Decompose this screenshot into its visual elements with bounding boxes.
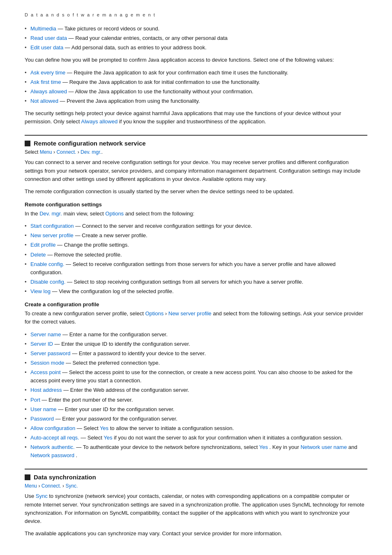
remote-config-settings-heading: Remote configuration settings [25, 201, 367, 208]
devmgr-link[interactable]: Dev. mgr. [81, 149, 101, 155]
data-sync-heading-text: Data synchronization [34, 474, 96, 481]
new-server-profile-link[interactable]: New server profile [30, 232, 74, 238]
list-item: Ask first time — Require the Java applic… [25, 78, 367, 86]
create-profile-list: Server name — Enter a name for the confi… [25, 331, 367, 460]
ask-every-time-text: — Require the Java application to ask fo… [65, 69, 288, 76]
list-item: Port — Enter the port number of the serv… [25, 396, 367, 404]
remote-config-settings-list: Start configuration — Connect to the ser… [25, 222, 367, 296]
ask-first-time-link[interactable]: Ask first time [30, 79, 61, 85]
list-item: Ask every time — Require the Java applic… [25, 69, 367, 77]
ds-sync-link[interactable]: Sync. [65, 483, 78, 489]
cp-options-link[interactable]: Options [145, 310, 164, 317]
ds-para1-end: to synchronize (network service) your co… [25, 493, 364, 524]
data-sync-section-icon [25, 474, 30, 480]
ds-menu-link[interactable]: Menu [25, 483, 37, 489]
edit-user-data-text: — Add personal data, such as entries to … [63, 44, 206, 51]
list-item: Allow configuration — Select Yes to allo… [25, 424, 367, 432]
always-allowed-text: — Allow the Java application to use the … [67, 88, 254, 95]
server-name-link[interactable]: Server name [30, 331, 61, 338]
list-item: Edit user data — Add personal data, such… [25, 44, 367, 52]
create-profile-heading: Create a configuration profile [25, 301, 367, 308]
user-name-link[interactable]: User name [30, 406, 57, 412]
java-access-para: You can define how you will be prompted … [25, 56, 367, 64]
list-item: Read user data — Read your calendar entr… [25, 34, 367, 42]
list-item: Host address — Enter the Web address of … [25, 386, 367, 394]
host-address-link[interactable]: Host address [30, 387, 62, 393]
breadcrumb-select-label: Select [25, 149, 40, 155]
multimedia-link[interactable]: Multimedia [30, 25, 56, 32]
not-allowed-link[interactable]: Not allowed [30, 98, 58, 104]
always-allowed-link[interactable]: Always allowed [30, 88, 67, 95]
list-item: Server name — Enter a name for the confi… [25, 331, 367, 339]
data-sync-para1: Use Sync to synchronize (network service… [25, 492, 367, 525]
list-item: Access point — Select the access point t… [25, 368, 367, 385]
network-password-link[interactable]: Network password [30, 452, 74, 458]
breadcrumb-arrow1: › [52, 149, 57, 155]
list-item: Server password — Enter a password to id… [25, 349, 367, 358]
remote-config-heading-text: Remote configuration network service [34, 140, 146, 147]
rcs-devmgr-link[interactable]: Dev. mgr. [39, 210, 62, 217]
ds-connect-link[interactable]: Connect. [42, 483, 61, 489]
list-item: Auto-accept all reqs. — Select Yes if yo… [25, 434, 367, 442]
edit-user-data-link[interactable]: Edit user data [30, 44, 63, 51]
auto-accept-yes-link[interactable]: Yes [104, 435, 112, 441]
intro-bullets-list: Multimedia — Take pictures or record vid… [25, 25, 367, 52]
server-id-link[interactable]: Server ID [30, 341, 53, 347]
port-link[interactable]: Port [30, 397, 40, 403]
data-sync-section-heading: Data synchronization [25, 469, 367, 481]
remote-config-breadcrumb: Select Menu › Connect. › Dev. mgr.. [25, 149, 367, 155]
connect-link[interactable]: Connect. [56, 149, 76, 155]
remote-config-section-heading: Remote configuration network service [25, 135, 367, 147]
list-item: Always allowed — Allow the Java applicat… [25, 88, 367, 96]
access-point-link[interactable]: Access point [30, 369, 61, 375]
ds-sync-text-link[interactable]: Sync [36, 493, 48, 499]
enable-config-link[interactable]: Enable config. [30, 261, 64, 267]
always-allowed-security-link[interactable]: Always allowed [81, 118, 118, 125]
ask-first-time-text: — Require the Java application to ask fo… [61, 79, 260, 85]
cp-new-server-link[interactable]: New server profile [168, 310, 212, 317]
rcs-options-link[interactable]: Options [105, 210, 124, 217]
list-item: Edit profile — Change the profile settin… [25, 241, 367, 249]
list-item: Multimedia — Take pictures or record vid… [25, 25, 367, 33]
ds-arrow1: › [38, 483, 41, 489]
network-authentic-link[interactable]: Network authentic. [30, 444, 75, 450]
list-item: Start configuration — Connect to the ser… [25, 222, 367, 230]
list-item: User name — Enter your user ID for the c… [25, 405, 367, 414]
java-bullets-list: Ask every time — Require the Java applic… [25, 69, 367, 106]
create-profile-intro: To create a new configuration server pro… [25, 310, 367, 326]
page-header: D a t a a n d s o f t w a r e m a n a g … [25, 12, 367, 17]
data-sync-para2: The available applications you can synch… [25, 530, 367, 538]
password-link[interactable]: Password [30, 416, 54, 422]
list-item: Enable config. — Select to receive confi… [25, 260, 367, 277]
allow-config-yes-link[interactable]: Yes [100, 425, 108, 431]
auto-accept-link[interactable]: Auto-accept all reqs. [30, 435, 79, 441]
security-para: The security settings help protect your … [25, 109, 367, 126]
breadcrumb-arrow2: › [76, 149, 81, 155]
edit-profile-link[interactable]: Edit profile [30, 242, 55, 248]
delete-link[interactable]: Delete [30, 252, 46, 258]
breadcrumb-period: . [101, 149, 103, 155]
remote-config-para2: The remote configuration connection is u… [25, 187, 367, 196]
allow-configuration-link[interactable]: Allow configuration [30, 425, 75, 431]
list-item: Network authentic. — To authenticate you… [25, 443, 367, 460]
disable-config-link[interactable]: Disable config. [30, 279, 65, 285]
session-mode-link[interactable]: Session mode [30, 360, 64, 366]
list-item: Server ID — Enter the unique ID to ident… [25, 340, 367, 348]
list-item: Delete — Remove the selected profile. [25, 251, 367, 259]
not-allowed-text: — Prevent the Java application from usin… [58, 98, 200, 104]
menu-link[interactable]: Menu [40, 149, 52, 155]
server-password-link[interactable]: Server password [30, 350, 71, 356]
view-log-link[interactable]: View log [30, 288, 51, 294]
ask-every-time-link[interactable]: Ask every time [30, 69, 65, 76]
start-config-link[interactable]: Start configuration [30, 223, 74, 229]
network-authentic-yes-link[interactable]: Yes [259, 444, 268, 450]
network-user-name-link[interactable]: Network user name [300, 444, 347, 450]
rcs-intro-mid: main view, select [62, 210, 106, 217]
cp-intro-start: To create a new configuration server pro… [25, 310, 145, 317]
cp-arrow: › [164, 310, 168, 317]
read-user-data-link[interactable]: Read user data [30, 35, 67, 41]
list-item: Not allowed — Prevent the Java applicati… [25, 97, 367, 105]
multimedia-text: — Take pictures or record videos or soun… [56, 25, 159, 32]
data-sync-breadcrumb: Menu › Connect. › Sync. [25, 483, 367, 489]
security-para-end: if you know the supplier and trustworthi… [118, 118, 266, 125]
